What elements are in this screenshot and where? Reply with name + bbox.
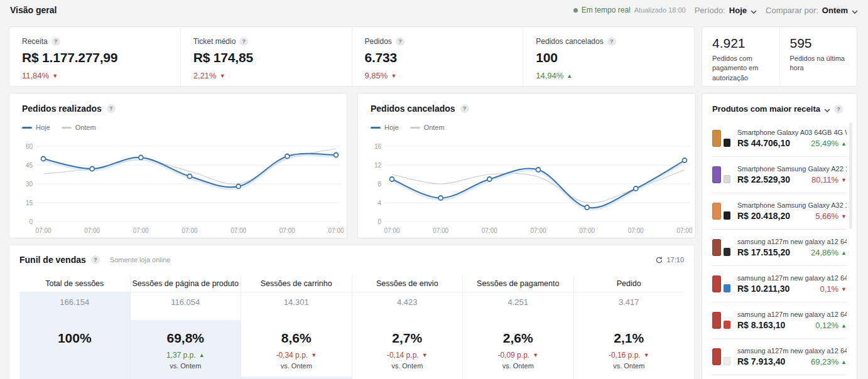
product-delta: 24,86%▲ [811, 248, 847, 257]
top-bar: Visão geral Em tempo real Atualizado 18:… [0, 0, 868, 20]
product-name: samsung a127m new galaxy a12 64gb… [737, 311, 847, 318]
trend-arrow-icon: ▲ [841, 359, 847, 365]
product-delta: 80,11%▼ [811, 175, 847, 184]
counter-pedidos-autorizacao: 4.921 Pedidos com pagamento em autorizaç… [702, 27, 780, 86]
kpi-delta-value: 2,21% [193, 71, 217, 80]
funnel-step-delta: -0,09 p.p.▼ [497, 351, 538, 360]
product-item[interactable]: samsung a127m new galaxy a12 64gb… R$ 10… [702, 266, 857, 302]
trend-arrow-icon: ▼ [52, 73, 58, 79]
funnel-step-delta: -0,16 p.p.▼ [609, 351, 649, 360]
updated-label: Atualizado 18:00 [634, 6, 686, 14]
svg-text:16: 16 [374, 143, 382, 150]
funnel-step-delta: -0,14 p.p.▼ [387, 351, 428, 360]
chart-title: Pedidos cancelados [371, 104, 455, 114]
product-revenue: R$ 44.706,10 [737, 138, 790, 148]
kpi-value: 6.733 [365, 50, 523, 65]
funnel-step-percent: 8,6% [281, 331, 312, 346]
compare-label: Comparar por: [766, 6, 818, 15]
help-icon[interactable]: ? [396, 37, 404, 46]
legend-item-hoje[interactable]: Hoje [22, 124, 50, 131]
legend-swatch [62, 127, 72, 129]
product-item[interactable]: Smartphone Galaxy A03 64GB 4G Wi-… R$ 44… [702, 120, 857, 156]
compare-selector[interactable]: Comparar por: Ontem [766, 4, 858, 16]
product-name: samsung a127m new galaxy a12 64gb… [737, 238, 847, 245]
product-revenue: R$ 20.418,20 [737, 211, 790, 221]
scrollbar-thumb[interactable] [849, 122, 852, 229]
product-name: samsung a127m new galaxy a12 64gb… [737, 274, 847, 282]
funnel-step-delta: 1,37 p.p.▲ [166, 351, 205, 360]
legend-item-ontem[interactable]: Ontem [410, 124, 445, 131]
svg-text:07:00: 07:00 [482, 227, 497, 234]
kpi-label: Ticket médio [193, 37, 236, 46]
help-icon[interactable]: ? [607, 37, 616, 46]
chart-card-pedidos-cancelados: Pedidos cancelados ? Hoje Ontem 04812160… [357, 93, 696, 238]
funnel-step-vs: vs. Ontem [281, 362, 312, 370]
product-item-partial[interactable] [702, 375, 857, 379]
legend-swatch [371, 127, 381, 129]
legend-swatch [22, 127, 32, 129]
trend-arrow-icon: ▲ [567, 73, 572, 79]
kpi-row: Receita? R$ 1.177.277,99 11,84% ▼ Ticket… [9, 26, 695, 87]
funnel-step-label: Sessões de carrinho [241, 275, 352, 292]
counter-pedidos-ultima-hora: 595 Pedidos na última hora [780, 27, 857, 86]
product-revenue: R$ 22.529,30 [737, 174, 790, 184]
svg-text:15: 15 [26, 200, 33, 206]
trend-arrow-icon: ▼ [533, 352, 538, 358]
product-item[interactable]: samsung a127m new galaxy a12 64gb… R$ 7.… [702, 339, 857, 375]
svg-text:07:00: 07:00 [182, 227, 197, 234]
product-thumbnail [712, 311, 731, 330]
product-item[interactable]: samsung a127m new galaxy a12 64gb… R$ 17… [702, 230, 857, 265]
legend-item-ontem[interactable]: Ontem [62, 124, 96, 131]
top-bar-controls: Em tempo real Atualizado 18:00 Período: … [573, 4, 858, 16]
products-title: Produtos com maior receita [712, 104, 820, 114]
funnel-step-count: 3.417 [619, 297, 639, 307]
help-icon[interactable]: ? [107, 104, 116, 113]
svg-text:07:00: 07:00 [628, 227, 644, 234]
funnel-step-percent: 2,1% [614, 331, 644, 346]
funnel-step-count: 166.154 [60, 297, 89, 307]
funnel-step-count: 4.251 [507, 297, 528, 307]
svg-text:07:00: 07:00 [384, 227, 399, 234]
kpi-label: Receita [22, 37, 48, 46]
kpi-value: R$ 174,85 [193, 50, 352, 65]
trend-arrow-icon: ▼ [644, 352, 649, 358]
funnel-step-pagina-produto: Sessões de página de produto 116.054 69,… [131, 275, 242, 379]
period-selector[interactable]: Período: Hoje [695, 4, 757, 16]
product-item[interactable]: Smartphone Samsung Galaxy A32 12… R$ 20.… [702, 193, 857, 229]
funnel-step-percent: 69,8% [166, 331, 204, 346]
kpi-delta-value: 11,84% [22, 71, 49, 80]
counter-value: 595 [790, 36, 851, 51]
kpi-delta-value: 9,85% [365, 71, 388, 80]
kpi-delta: 2,21% ▼ [193, 71, 352, 80]
legend-label: Hoje [36, 124, 50, 131]
chart-title: Pedidos realizados [22, 104, 102, 114]
product-item[interactable]: Smartphone Samsung Galaxy A22 12… R$ 22.… [702, 157, 857, 193]
help-icon[interactable]: ? [239, 37, 248, 46]
kpi-delta: 9,85% ▼ [365, 71, 523, 80]
chevron-down-icon[interactable] [824, 104, 830, 115]
funnel-step-count: 116.054 [171, 297, 200, 307]
product-item[interactable]: samsung a127m new galaxy a12 64gb… R$ 8.… [702, 302, 857, 338]
svg-text:07:00: 07:00 [433, 227, 448, 234]
kpi-delta: 14,94% ▲ [536, 71, 694, 80]
help-icon[interactable]: ? [834, 105, 843, 114]
product-thumbnail [712, 238, 731, 257]
svg-text:07:00: 07:00 [530, 227, 546, 234]
refresh-icon [655, 256, 663, 264]
help-icon[interactable]: ? [52, 37, 60, 46]
svg-text:07:00: 07:00 [328, 227, 344, 234]
help-icon[interactable]: ? [460, 104, 469, 113]
legend-item-hoje[interactable]: Hoje [371, 124, 399, 131]
funnel-step-percent: 2,7% [392, 331, 422, 346]
trend-arrow-icon: ▲ [841, 323, 847, 329]
compare-value: Ontem [822, 6, 848, 15]
realtime-label: Em tempo real [582, 6, 631, 14]
svg-text:0: 0 [377, 218, 381, 225]
product-delta: 25,49%▲ [811, 139, 847, 148]
svg-text:8: 8 [377, 181, 381, 188]
product-thumbnail [712, 202, 731, 221]
refresh-button[interactable]: 17:10 [655, 256, 684, 264]
svg-text:07:00: 07:00 [84, 227, 100, 234]
trend-arrow-icon: ▼ [841, 213, 847, 220]
help-icon[interactable]: ? [91, 255, 100, 264]
